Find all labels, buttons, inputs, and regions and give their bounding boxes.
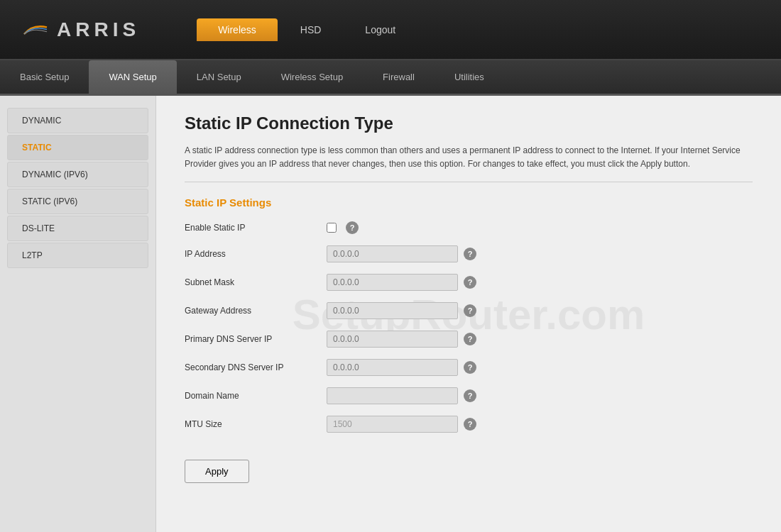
form-row-subnet-mask: Subnet Mask ?: [185, 272, 753, 293]
top-nav-logout[interactable]: Logout: [344, 18, 417, 41]
help-icon-ip-address[interactable]: ?: [464, 248, 476, 260]
label-secondary-dns: Secondary DNS Server IP: [185, 362, 327, 372]
form-row-mtu-size: MTU Size ?: [185, 414, 753, 435]
gateway-address-input[interactable]: [327, 302, 458, 319]
form-row-ip-address: IP Address ?: [185, 243, 753, 265]
tab-wan-setup[interactable]: WAN Setup: [89, 60, 176, 94]
label-ip-address: IP Address: [185, 249, 327, 259]
header: ARRIS Wireless HSD Logout: [0, 0, 781, 60]
label-gateway-address: Gateway Address: [185, 306, 327, 316]
secondary-dns-input[interactable]: [327, 359, 458, 376]
sidebar-item-static[interactable]: STATIC: [7, 135, 148, 160]
label-domain-name: Domain Name: [185, 391, 327, 401]
label-primary-dns: Primary DNS Server IP: [185, 334, 327, 344]
arris-logo-icon: [21, 23, 50, 37]
top-nav: Wireless HSD Logout: [197, 18, 417, 41]
arris-logo-text: ARRIS: [57, 18, 140, 41]
domain-name-input[interactable]: [327, 387, 458, 404]
sidebar-item-static-ipv6[interactable]: STATIC (IPV6): [7, 189, 148, 214]
form-row-domain-name: Domain Name ?: [185, 385, 753, 406]
enable-static-ip-checkbox[interactable]: [327, 223, 337, 233]
form-row-gateway-address: Gateway Address ?: [185, 300, 753, 321]
tab-firewall[interactable]: Firewall: [363, 60, 435, 94]
page-title: Static IP Connection Type: [185, 113, 753, 133]
form-row-secondary-dns: Secondary DNS Server IP ?: [185, 357, 753, 378]
help-icon-enable-static-ip[interactable]: ?: [346, 221, 359, 234]
form-row-primary-dns: Primary DNS Server IP ?: [185, 328, 753, 350]
tab-lan-setup[interactable]: LAN Setup: [177, 60, 261, 94]
tab-utilities[interactable]: Utilities: [435, 60, 504, 94]
logo-area: ARRIS: [21, 18, 140, 41]
sidebar-item-dynamic-ipv6[interactable]: DYNAMIC (IPV6): [7, 162, 148, 187]
content-area: SetupRouter.com Static IP Connection Typ…: [156, 96, 781, 532]
help-icon-mtu-size[interactable]: ?: [464, 418, 476, 431]
label-mtu-size: MTU Size: [185, 419, 327, 429]
help-icon-subnet-mask[interactable]: ?: [464, 276, 476, 289]
help-icon-gateway-address[interactable]: ?: [464, 304, 476, 317]
form-row-enable-static-ip: Enable Static IP ?: [185, 219, 753, 236]
sidebar-item-ds-lite[interactable]: DS-LITE: [7, 216, 148, 241]
main-content: DYNAMIC STATIC DYNAMIC (IPV6) STATIC (IP…: [0, 96, 781, 532]
top-nav-wireless[interactable]: Wireless: [197, 18, 278, 41]
settings-form: Enable Static IP ? IP Address ? Subnet M…: [185, 219, 753, 435]
sidebar-item-l2tp[interactable]: L2TP: [7, 243, 148, 268]
help-icon-secondary-dns[interactable]: ?: [464, 361, 476, 374]
sidebar-item-dynamic[interactable]: DYNAMIC: [7, 108, 148, 133]
help-icon-domain-name[interactable]: ?: [464, 389, 476, 402]
apply-button[interactable]: Apply: [185, 460, 249, 483]
section-title: Static IP Settings: [185, 196, 753, 209]
label-subnet-mask: Subnet Mask: [185, 277, 327, 287]
tab-wireless-setup[interactable]: Wireless Setup: [261, 60, 363, 94]
checkbox-row: ?: [327, 221, 359, 234]
tab-basic-setup[interactable]: Basic Setup: [0, 60, 89, 94]
ip-address-input[interactable]: [327, 245, 458, 262]
top-nav-hsd[interactable]: HSD: [279, 18, 343, 41]
subnet-mask-input[interactable]: [327, 274, 458, 291]
page-description: A static IP address connection type is l…: [185, 144, 753, 182]
sidebar: DYNAMIC STATIC DYNAMIC (IPV6) STATIC (IP…: [0, 96, 156, 532]
mtu-size-input[interactable]: [327, 416, 458, 433]
help-icon-primary-dns[interactable]: ?: [464, 333, 476, 345]
label-enable-static-ip: Enable Static IP: [185, 223, 327, 233]
sub-nav: Basic Setup WAN Setup LAN Setup Wireless…: [0, 60, 781, 96]
primary-dns-input[interactable]: [327, 331, 458, 348]
